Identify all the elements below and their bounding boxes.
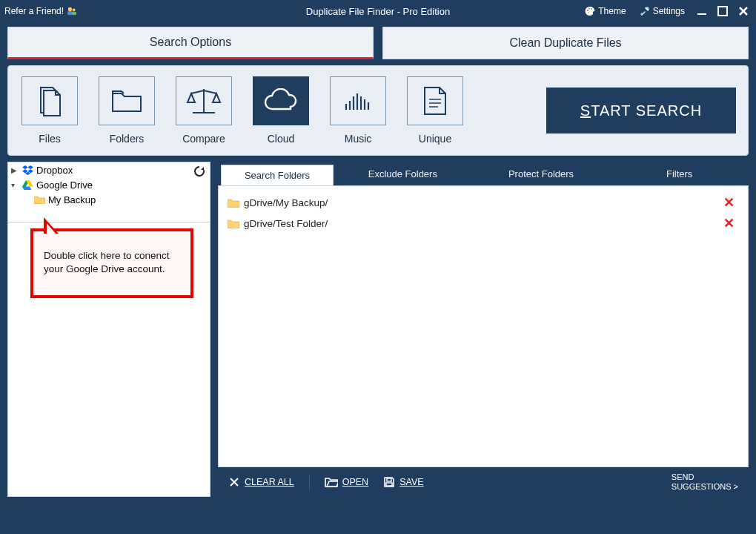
maximize-button[interactable] bbox=[714, 3, 731, 19]
folder-path: gDrive/Test Folder/ bbox=[244, 218, 328, 229]
subtab-exclude-folders-label: Exclude Folders bbox=[368, 168, 437, 179]
open-icon bbox=[325, 476, 338, 488]
save-label: SAVE bbox=[399, 477, 423, 487]
tool-files[interactable]: Files bbox=[20, 76, 79, 145]
tool-cloud[interactable]: Cloud bbox=[251, 76, 311, 145]
tree-item-dropbox[interactable]: ▶ Dropbox bbox=[8, 162, 210, 177]
tool-music[interactable]: Music bbox=[328, 76, 388, 145]
subtab-search-folders[interactable]: Search Folders bbox=[221, 165, 334, 185]
tool-group: Files Folders Compare bbox=[20, 76, 465, 145]
remove-folder-button[interactable]: ✕ bbox=[719, 194, 739, 211]
unique-icon bbox=[422, 85, 448, 117]
open-button[interactable]: OPEN bbox=[325, 476, 368, 488]
right-pane: Search Folders Exclude Folders Protect F… bbox=[218, 162, 749, 497]
svg-point-7 bbox=[588, 12, 589, 13]
tree-item-my-backup[interactable]: My Backup bbox=[8, 192, 210, 207]
save-icon bbox=[383, 476, 395, 488]
subtab-filters-label: Filters bbox=[666, 168, 692, 179]
toolbar: Files Folders Compare bbox=[7, 65, 749, 156]
maximize-icon bbox=[717, 6, 728, 16]
google-drive-icon bbox=[21, 179, 33, 191]
music-icon bbox=[343, 88, 373, 114]
refer-friend-link[interactable]: Refer a Friend! bbox=[0, 4, 82, 18]
callout-text: Double click here to conenct your Google… bbox=[44, 250, 170, 274]
tree-item-my-backup-label: My Backup bbox=[48, 194, 96, 205]
tree-item-dropbox-label: Dropbox bbox=[36, 165, 73, 176]
folders-icon bbox=[110, 88, 143, 114]
folder-list: gDrive/My Backup/ ✕ gDrive/Test Folder/ … bbox=[218, 185, 749, 467]
main-area: ▶ Dropbox ▾ Google Drive My Backup bbox=[0, 162, 756, 504]
send-line2: SUGGESTIONS > bbox=[672, 482, 738, 492]
tool-unique[interactable]: Unique bbox=[405, 76, 465, 145]
svg-point-0 bbox=[68, 7, 72, 11]
settings-button[interactable]: Settings bbox=[635, 4, 689, 18]
start-prefix: S bbox=[580, 102, 591, 119]
tool-compare[interactable]: Compare bbox=[174, 76, 233, 145]
subtab-protect-folders-label: Protect Folders bbox=[508, 168, 574, 179]
svg-point-5 bbox=[588, 8, 590, 10]
close-icon bbox=[738, 6, 749, 16]
folder-path: gDrive/My Backup/ bbox=[244, 197, 328, 208]
tool-music-label: Music bbox=[345, 133, 372, 145]
minimize-icon bbox=[697, 6, 707, 16]
svg-rect-1 bbox=[67, 11, 73, 15]
callout: Double click here to conenct your Google… bbox=[30, 228, 193, 298]
tab-clean-duplicates[interactable]: Clean Duplicate Files bbox=[382, 27, 749, 59]
clear-all-button[interactable]: CLEAR ALL bbox=[228, 476, 294, 488]
svg-rect-9 bbox=[718, 7, 727, 16]
minimize-button[interactable] bbox=[694, 3, 710, 19]
separator bbox=[309, 474, 310, 490]
callout-tail-inner bbox=[47, 223, 56, 234]
svg-point-4 bbox=[587, 10, 588, 11]
settings-label: Settings bbox=[653, 6, 685, 16]
folder-row[interactable]: gDrive/Test Folder/ ✕ bbox=[226, 213, 740, 234]
subtab-exclude-folders[interactable]: Exclude Folders bbox=[334, 162, 472, 185]
svg-point-6 bbox=[591, 8, 592, 10]
titlebar: Refer a Friend! Duplicate File Finder - … bbox=[0, 0, 756, 22]
tool-folders[interactable]: Folders bbox=[97, 76, 156, 145]
clear-all-label: CLEAR ALL bbox=[245, 477, 294, 487]
bottom-bar: CLEAR ALL OPEN SAVE SEND SUGGESTIONS > bbox=[218, 467, 749, 497]
tool-unique-label: Unique bbox=[419, 133, 451, 145]
tab-search-options[interactable]: Search Options bbox=[7, 27, 374, 59]
svg-point-2 bbox=[73, 8, 76, 11]
remove-folder-button[interactable]: ✕ bbox=[719, 215, 739, 231]
tree-item-google-drive[interactable]: ▾ Google Drive bbox=[8, 177, 210, 192]
send-suggestions-link[interactable]: SEND SUGGESTIONS > bbox=[672, 472, 738, 492]
svg-rect-8 bbox=[697, 13, 706, 15]
subtab-filters[interactable]: Filters bbox=[610, 162, 749, 185]
svg-rect-20 bbox=[386, 483, 392, 486]
subtab-protect-folders[interactable]: Protect Folders bbox=[472, 162, 611, 185]
tab-clean-duplicates-label: Clean Duplicate Files bbox=[509, 36, 621, 50]
refer-label: Refer a Friend! bbox=[4, 6, 64, 16]
dropbox-icon bbox=[21, 164, 33, 176]
files-icon bbox=[35, 85, 64, 117]
send-line1: SEND bbox=[672, 472, 738, 482]
sub-tabs: Search Folders Exclude Folders Protect F… bbox=[218, 162, 749, 185]
open-label: OPEN bbox=[342, 477, 368, 487]
cloud-icon bbox=[262, 88, 299, 113]
chevron-down-icon: ▾ bbox=[11, 181, 19, 189]
tree-item-google-drive-label: Google Drive bbox=[36, 179, 93, 191]
tool-compare-label: Compare bbox=[182, 133, 225, 145]
tool-folders-label: Folders bbox=[110, 133, 145, 145]
chevron-right-icon: ▶ bbox=[11, 166, 19, 174]
folder-row[interactable]: gDrive/My Backup/ ✕ bbox=[226, 192, 740, 213]
close-button[interactable] bbox=[735, 3, 752, 19]
svg-rect-21 bbox=[387, 478, 391, 481]
cloud-tree: ▶ Dropbox ▾ Google Drive My Backup bbox=[7, 162, 210, 222]
left-pane: ▶ Dropbox ▾ Google Drive My Backup bbox=[7, 162, 210, 497]
start-search-button[interactable]: START SEARCH bbox=[546, 88, 736, 134]
compare-icon bbox=[185, 86, 222, 116]
theme-button[interactable]: Theme bbox=[580, 4, 630, 18]
folder-icon bbox=[228, 198, 239, 208]
svg-rect-3 bbox=[72, 12, 76, 15]
refresh-button[interactable] bbox=[193, 165, 205, 177]
folder-icon bbox=[228, 219, 239, 228]
people-icon bbox=[67, 7, 77, 16]
refresh-icon bbox=[193, 165, 205, 177]
top-tabs: Search Options Clean Duplicate Files bbox=[0, 22, 756, 59]
save-button[interactable]: SAVE bbox=[383, 476, 423, 488]
left-bottom-panel: Double click here to conenct your Google… bbox=[7, 222, 210, 497]
tool-cloud-label: Cloud bbox=[268, 133, 295, 145]
